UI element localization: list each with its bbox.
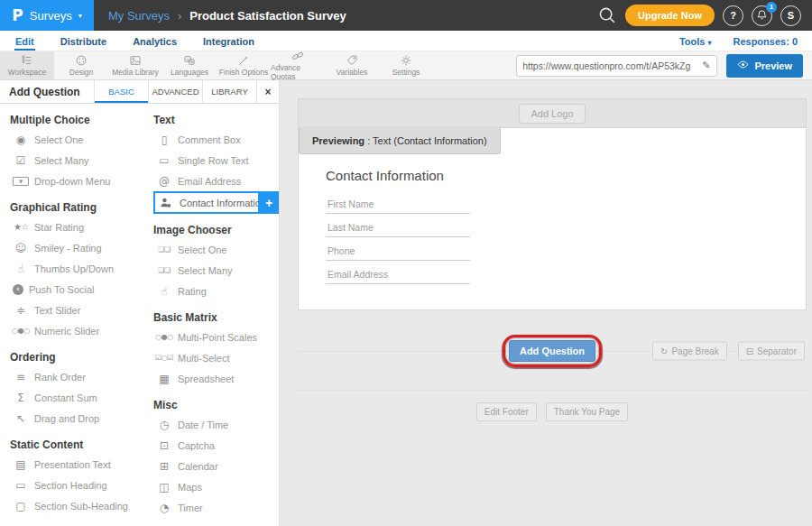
section-title-graphical-rating: Graphical Rating (10, 201, 143, 214)
toolbar-item-languages[interactable]: AaLanguages (162, 51, 217, 79)
upgrade-now-button[interactable]: Upgrade Now (625, 5, 715, 26)
page-break-button[interactable]: ↻ Page Break (652, 342, 727, 361)
survey-canvas: Add Logo Previewing : Text (Contact Info… (280, 80, 812, 526)
question-type-label: Text Slider (34, 305, 80, 316)
nav-tab-analytics[interactable]: Analytics (132, 34, 178, 51)
separator-button[interactable]: ⊟ Separator (738, 342, 805, 361)
question-type-label: Single Row Text (178, 155, 249, 166)
question-type-select-many[interactable]: ☑Select Many (10, 150, 143, 171)
tab-basic[interactable]: BASIC (94, 80, 148, 103)
question-type-push-to-social[interactable]: ‹Push To Social (10, 279, 143, 300)
question-type-presentation-text[interactable]: ▤Presentation Text (10, 454, 143, 475)
svg-text:a: a (187, 57, 189, 61)
question-type-multi-select[interactable]: ☑○☑Multi-Select (153, 347, 279, 368)
survey-url-input[interactable] (517, 60, 696, 71)
question-type-drop-down-menu[interactable]: ▼Drop-down Menu (10, 171, 143, 191)
constant-sum-icon: Σ (13, 392, 29, 404)
question-type-rank-order[interactable]: ≡Rank Order (10, 366, 143, 387)
tab-advanced[interactable]: ADVANCED (148, 80, 202, 103)
insert-buttons: ↻ Page Break ⊟ Separator (652, 342, 805, 361)
question-type-comment-box[interactable]: ▯Comment Box (153, 129, 279, 150)
question-type-label: Email Address (178, 176, 241, 187)
question-type-calendar[interactable]: ⊞Calendar (153, 456, 279, 476)
edit-footer-button[interactable]: Edit Footer (476, 402, 537, 421)
nav-tab-integration[interactable]: Integration (202, 34, 255, 51)
add-question-button[interactable]: Add Question (509, 340, 595, 362)
toolbar-item-label: Advance Quotas (271, 63, 325, 81)
question-type-label: Timer (178, 503, 203, 513)
question-type-constant-sum[interactable]: ΣConstant Sum (10, 387, 143, 408)
field-phone[interactable]: Phone (326, 237, 470, 261)
close-panel-button[interactable]: × (256, 80, 279, 103)
settings-icon (400, 54, 412, 67)
toolbar-item-label: Workspace (8, 68, 46, 77)
question-type-spreadsheet[interactable]: ▦Spreadsheet (153, 368, 279, 389)
question-type-label: Date / Time (178, 420, 228, 430)
thank-you-page-button[interactable]: Thank You Page (546, 402, 628, 421)
toolbar-item-workspace[interactable]: Workspace (0, 51, 54, 79)
section-heading-icon: ▭ (13, 479, 29, 492)
question-type-section-sub-heading[interactable]: ▢Section Sub-Heading (10, 495, 143, 516)
search-icon (598, 6, 616, 24)
breadcrumb-separator: › (178, 9, 181, 23)
toolbar-item-advance-quotas[interactable]: Advance Quotas (271, 51, 325, 79)
toolbar-item-label: Design (69, 68, 93, 77)
nav-tab-edit[interactable]: Edit (14, 34, 35, 51)
question-type-label: Push To Social (29, 284, 95, 295)
help-button[interactable]: ? (723, 5, 743, 26)
svg-text:A: A (190, 60, 193, 64)
question-type-select-many[interactable]: ❏❏Select Many (153, 260, 279, 281)
responses-count[interactable]: Responses: 0 (733, 36, 798, 47)
toolbar-item-settings[interactable]: Settings (379, 51, 433, 79)
question-type-date-time[interactable]: ◷Date / Time (153, 414, 279, 435)
question-type-contact-information[interactable]: Contact Information+ (153, 191, 260, 214)
question-type-select-one[interactable]: ❏❏Select One (153, 239, 279, 260)
question-type-maps[interactable]: ◫Maps (153, 476, 279, 497)
field-email-address[interactable]: Email Address (326, 261, 470, 284)
preview-button[interactable]: Preview (726, 54, 803, 78)
finish-options-icon (237, 54, 250, 67)
question-type-label: Constant Sum (34, 392, 97, 403)
search-button[interactable] (596, 5, 617, 26)
question-type-select-one[interactable]: ◉Select One (10, 129, 143, 150)
avatar[interactable]: S (780, 5, 801, 26)
toolbar-item-finish-options[interactable]: Finish Options (217, 51, 271, 79)
notifications-button[interactable]: 1 (752, 5, 772, 26)
toolbar-item-design[interactable]: Design (54, 51, 108, 79)
question-type-numeric-slider[interactable]: ○●○Numeric Slider (10, 320, 143, 341)
product-menu-label: Surveys (30, 9, 72, 23)
question-type-multi-point-scales[interactable]: ○●○Multi-Point Scales (153, 327, 279, 347)
question-type-thumbs-up-down[interactable]: ☝Thumbs Up/Down (10, 258, 143, 279)
question-type-rating[interactable]: ☝Rating (153, 281, 279, 301)
question-type-email-address[interactable]: @Email Address (153, 171, 279, 191)
toolbar-item-variables[interactable]: Variables (325, 51, 379, 79)
question-type-star-rating[interactable]: ★☆Star Rating (10, 217, 143, 237)
maps-icon: ◫ (156, 481, 172, 494)
product-menu[interactable]: P Surveys ▾ (0, 0, 94, 31)
question-type-label: Thumbs Up/Down (34, 263, 114, 274)
question-type-smiley-rating[interactable]: ☺Smiley - Rating (10, 237, 143, 258)
question-type-section-heading[interactable]: ▭Section Heading (10, 475, 143, 495)
field-last-name[interactable]: Last Name (326, 214, 470, 237)
question-type-label: Numeric Slider (34, 326, 99, 337)
footer-actions-row: Edit Footer Thank You Page (298, 390, 807, 421)
add-logo-button[interactable]: Add Logo (519, 104, 585, 124)
question-type-label: Multi-Point Scales (178, 332, 257, 343)
add-contact-information-button[interactable]: + (258, 191, 279, 214)
image-select-many-icon: ❏❏ (156, 266, 172, 274)
question-type-timer[interactable]: ◔Timer (153, 497, 279, 518)
question-type-captcha[interactable]: ⊡Captcha (153, 435, 279, 456)
edit-url-icon[interactable]: ✎ (696, 60, 716, 71)
nav-tab-distribute[interactable]: Distribute (60, 34, 107, 51)
tools-menu[interactable]: Tools ▾ (679, 36, 712, 47)
question-type-label: Smiley - Rating (34, 243, 102, 254)
question-type-drag-and-drop[interactable]: ↖Drag and Drop (10, 408, 143, 429)
field-first-name[interactable]: First Name (326, 190, 470, 214)
thumbs-icon: ☝ (13, 263, 29, 275)
question-type-single-row-text[interactable]: ▭Single Row Text (153, 150, 279, 171)
toolbar-item-media-library[interactable]: Media Library (108, 51, 162, 79)
tab-library[interactable]: LIBRARY (202, 80, 256, 103)
breadcrumb-my-surveys-link[interactable]: My Surveys (108, 9, 170, 23)
question-type-label: Select One (178, 245, 226, 255)
question-type-text-slider[interactable]: ≑Text Slider (10, 300, 143, 320)
